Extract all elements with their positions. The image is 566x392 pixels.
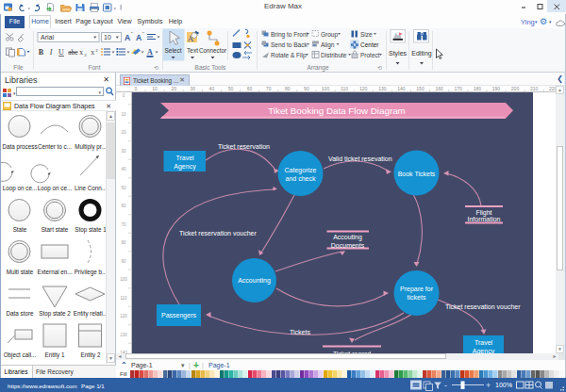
svg-text:File: File — [13, 64, 24, 71]
svg-text:Protect: Protect — [360, 52, 380, 58]
svg-text:⟲: ⟲ — [377, 65, 382, 71]
svg-text:abc: abc — [68, 48, 78, 57]
svg-text:Tiket Booking Data Flow Diagra: Tiket Booking Data Flow Diagram — [268, 106, 406, 116]
svg-text:Select: Select — [164, 47, 181, 54]
svg-text:A: A — [125, 33, 130, 42]
svg-text:Distribute: Distribute — [321, 52, 347, 58]
svg-text:2: 2 — [95, 48, 98, 53]
svg-text:190: 190 — [492, 86, 501, 91]
svg-text:and check: and check — [286, 175, 316, 182]
svg-text:Travel: Travel — [474, 339, 493, 346]
svg-text:Connector: Connector — [199, 47, 226, 54]
svg-text:Arrange: Arrange — [307, 64, 329, 72]
svg-text:210: 210 — [530, 86, 539, 91]
svg-text:▪: ▪ — [510, 383, 512, 388]
svg-text:U: U — [58, 48, 64, 57]
svg-text:Documents: Documents — [331, 242, 365, 249]
svg-text:30: 30 — [191, 86, 196, 91]
svg-text:10: 10 — [152, 86, 158, 91]
svg-text:Passengers: Passengers — [161, 312, 196, 319]
svg-text:220: 220 — [549, 86, 556, 91]
svg-text:Align: Align — [321, 41, 335, 49]
svg-text:60: 60 — [121, 204, 126, 208]
svg-text:Basic Tools: Basic Tools — [195, 64, 227, 71]
svg-text:170: 170 — [455, 86, 463, 91]
svg-text:Send to Back: Send to Back — [271, 41, 308, 48]
svg-text:Information: Information — [467, 216, 500, 222]
svg-text:120: 120 — [359, 86, 368, 91]
svg-text:Prepare for: Prepare for — [400, 286, 434, 293]
svg-text:10: 10 — [104, 34, 111, 41]
svg-text:130: 130 — [378, 86, 387, 91]
svg-text:Styles: Styles — [389, 50, 408, 57]
svg-text:tickets: tickets — [408, 294, 426, 301]
svg-text:Rotate & Flip: Rotate & Flip — [271, 52, 307, 59]
svg-text:Text: Text — [187, 47, 198, 54]
svg-text:Arial: Arial — [41, 34, 54, 41]
svg-text:130: 130 — [120, 333, 127, 337]
svg-text:I: I — [49, 48, 53, 57]
svg-text:200: 200 — [511, 86, 520, 91]
svg-text:50: 50 — [121, 186, 126, 190]
svg-text:Accouting: Accouting — [333, 234, 362, 241]
svg-text:100: 100 — [120, 277, 127, 282]
svg-text:Editing: Editing — [411, 50, 432, 57]
svg-text:40: 40 — [209, 86, 215, 91]
svg-text:20: 20 — [121, 130, 126, 135]
svg-text:Size: Size — [360, 31, 373, 38]
svg-text:100: 100 — [322, 86, 330, 91]
svg-text:⟲: ⟲ — [154, 65, 158, 71]
svg-text:Book Tickets: Book Tickets — [398, 171, 436, 177]
svg-text:70: 70 — [121, 222, 126, 227]
svg-text:90: 90 — [304, 86, 309, 91]
svg-text:ˆ: ˆ — [131, 31, 133, 37]
svg-text:50: 50 — [228, 86, 234, 91]
svg-text:x: x — [91, 48, 94, 57]
svg-text:180: 180 — [474, 86, 482, 91]
svg-text:140: 140 — [397, 86, 406, 91]
svg-text:110: 110 — [120, 296, 127, 301]
svg-text:40: 40 — [121, 167, 126, 172]
svg-text:Tickets: Tickets — [290, 329, 310, 335]
svg-text:0: 0 — [135, 86, 138, 91]
svg-text:Group: Group — [321, 31, 338, 39]
svg-text:Font: Font — [88, 64, 100, 71]
svg-text:90: 90 — [121, 259, 126, 264]
svg-text:x: x — [79, 48, 83, 57]
svg-text:Bring to Front: Bring to Front — [271, 31, 308, 39]
svg-text:A: A — [147, 48, 153, 57]
svg-text:20: 20 — [171, 86, 176, 91]
svg-text:Center: Center — [360, 41, 379, 48]
svg-text:ˇ: ˇ — [142, 31, 144, 37]
svg-text:Valid ticket resevation: Valid ticket resevation — [328, 155, 392, 162]
svg-text:150: 150 — [416, 86, 424, 91]
svg-text:2: 2 — [84, 53, 87, 57]
svg-text:10: 10 — [121, 112, 126, 117]
svg-text:30: 30 — [121, 149, 126, 154]
svg-text:60: 60 — [247, 86, 253, 91]
svg-text:Ticket resevation voucher: Ticket resevation voucher — [445, 303, 521, 310]
svg-text:70: 70 — [266, 86, 272, 91]
svg-text:B: B — [39, 48, 44, 57]
svg-text:Agency: Agency — [174, 163, 196, 171]
svg-text:110: 110 — [341, 86, 348, 91]
svg-text:160: 160 — [435, 86, 443, 91]
svg-text:A: A — [136, 33, 142, 42]
svg-text:Categorize: Categorize — [285, 167, 317, 174]
svg-text:Ticket reservation: Ticket reservation — [218, 143, 270, 150]
svg-text:-: - — [444, 381, 447, 390]
svg-text:+: + — [486, 381, 491, 390]
svg-text:80: 80 — [285, 86, 291, 91]
svg-text:Travel: Travel — [175, 155, 194, 161]
svg-text:Ticket reservation voucher: Ticket reservation voucher — [179, 230, 257, 237]
svg-text:120: 120 — [120, 314, 127, 318]
svg-text:Accounting: Accounting — [238, 277, 271, 285]
svg-text:80: 80 — [121, 240, 126, 245]
